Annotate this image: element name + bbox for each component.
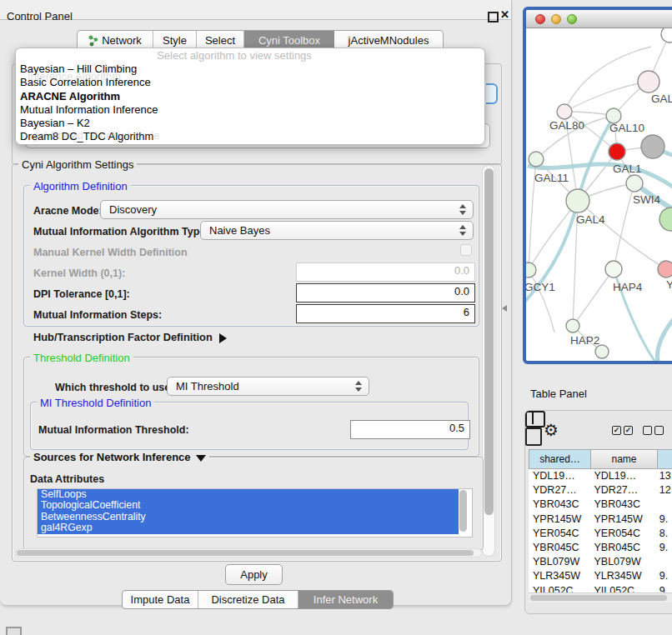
algorithm-combo-stepper[interactable] — [486, 83, 498, 104]
mi-steps-field[interactable]: 6 — [296, 304, 475, 323]
close-traffic-light-icon[interactable] — [535, 14, 545, 24]
network-edge[interactable] — [578, 201, 666, 269]
network-edge[interactable] — [614, 183, 634, 269]
network-node[interactable] — [641, 135, 664, 158]
mi-type-combo[interactable]: Naive Bayes — [200, 221, 474, 240]
table-row[interactable]: YPR145WYPR145W9. — [529, 512, 672, 527]
table-horizontal-scrollbar[interactable] — [529, 592, 672, 602]
network-node-gcy1[interactable] — [526, 262, 536, 278]
mi-type-label: Mutual Information Algorithm Type: — [33, 226, 208, 238]
network-node-gal8[interactable] — [638, 71, 659, 92]
node-label-gal8: GAL8 — [651, 92, 672, 105]
network-node-hap4[interactable] — [605, 261, 622, 278]
expanded-arrow-icon[interactable] — [196, 455, 206, 462]
checkbox-unchecked-icon[interactable] — [654, 426, 664, 435]
table-row[interactable]: YLR345WYLR345W9. — [529, 569, 672, 583]
network-node-gal1[interactable] — [609, 143, 625, 160]
algorithm-option-mutual-information-inference[interactable]: Mutual Information Inference — [18, 103, 484, 117]
attribute-item-gal4rgexp[interactable]: gal4RGexp — [38, 522, 459, 533]
column-header-shared[interactable]: shared… — [529, 449, 591, 469]
tab-discretize-data[interactable]: Discretize Data — [198, 591, 298, 608]
mi-type-value: Naive Bayes — [209, 224, 270, 237]
table-cell: YLR345W — [589, 569, 654, 583]
bottom-left-widget[interactable] — [6, 627, 22, 635]
apply-button-label: Apply — [240, 568, 268, 581]
node-label-gal4: GAL4 — [576, 213, 605, 226]
table-row[interactable]: YDL19…YDL19…13 — [529, 469, 672, 483]
table-row[interactable]: YBR043CYBR043C — [529, 498, 672, 512]
checkbox-checked-icon[interactable]: ✓ — [612, 426, 621, 435]
tab-impute-data[interactable]: Impute Data — [123, 591, 198, 608]
settings-hscrollbar-thumb[interactable] — [17, 550, 474, 556]
table-cell: YPR145W — [529, 512, 589, 527]
ghost-inference-algorithm-label: Inference Algorithm — [28, 70, 121, 82]
table-row[interactable]: YIL052CYIL052C9 — [529, 584, 672, 593]
control-panel-titlebar[interactable] — [0, 0, 511, 20]
collapsed-arrow-icon[interactable] — [219, 333, 227, 343]
table-cell: YLR345W — [529, 569, 589, 583]
network-node[interactable] — [595, 345, 609, 358]
mi-steps-label: Mutual Information Steps: — [33, 309, 162, 321]
zoom-traffic-light-icon[interactable] — [567, 14, 577, 24]
table-cell: 12 — [655, 483, 672, 498]
network-node-gal11[interactable] — [529, 152, 544, 167]
network-node-gal4[interactable] — [566, 189, 589, 212]
settings-scrollbar-thumb[interactable] — [484, 168, 494, 515]
attribute-item-betweennesscentrality[interactable]: BetweennessCentrality — [38, 512, 459, 522]
network-edge[interactable] — [529, 201, 578, 270]
table-cell: 9. — [655, 569, 672, 583]
table-hscrollbar-thumb[interactable] — [530, 595, 667, 601]
hub-definition-toggle[interactable]: Hub/Transcription Factor Definition — [33, 331, 227, 343]
network-canvas[interactable]: GAL8GAL80GAL10GAL1GAL11SWI4GAL4GCY1HAP4Y… — [526, 28, 672, 361]
table-row[interactable]: YBR045CYBR045C9. — [529, 541, 672, 555]
network-view-window[interactable]: GAL8GAL80GAL10GAL1GAL11SWI4GAL4GCY1HAP4Y… — [523, 7, 672, 364]
column-header-name[interactable]: name — [591, 449, 658, 469]
apply-button[interactable]: Apply — [225, 564, 283, 585]
network-node-gal80[interactable] — [557, 104, 572, 119]
attributes-scrollbar-thumb[interactable] — [459, 490, 467, 532]
which-threshold-combo[interactable]: MI Threshold — [167, 377, 369, 396]
table-panel-title: Table Panel — [530, 388, 587, 400]
algorithm-dropdown-placeholder[interactable]: Select algorithm to view settings — [0, 49, 469, 62]
network-node-hap2[interactable] — [566, 319, 579, 332]
dpi-tolerance-label: DPI Tolerance [0,1]: — [33, 288, 130, 300]
network-edge[interactable] — [657, 303, 672, 361]
network-edge[interactable] — [564, 82, 649, 112]
gear-icon[interactable]: ⚙ — [544, 420, 559, 440]
attribute-item-topologicalcoefficient[interactable]: TopologicalCoefficient — [38, 500, 459, 511]
manual-kernel-checkbox[interactable] — [460, 244, 472, 256]
sources-group-toggle[interactable]: Sources for Network Inference — [30, 451, 209, 463]
network-edge[interactable] — [573, 269, 614, 326]
node-label-gcy1: GCY1 — [526, 281, 555, 293]
table-cell: YDL19… — [589, 469, 654, 483]
ghost-network-combo-value: gal-filtered sif default node — [33, 129, 159, 142]
minimize-traffic-light-icon[interactable] — [551, 14, 561, 24]
kernel-width-field[interactable]: 0.0 — [296, 262, 475, 282]
mi-threshold-label: Mutual Information Threshold: — [38, 424, 189, 436]
network-node[interactable] — [659, 208, 672, 231]
float-window-icon[interactable] — [488, 12, 499, 22]
table-row[interactable]: YER054CYER054C8. — [529, 527, 672, 541]
algorithm-option-aracne-algorithm[interactable]: ARACNE Algorithm — [18, 90, 484, 103]
table-options-icon[interactable] — [525, 428, 542, 446]
aracne-mode-combo[interactable]: Discovery — [100, 200, 474, 219]
dpi-tolerance-field[interactable]: 0.0 — [296, 283, 475, 302]
attribute-item-selfloops[interactable]: SelfLoops — [38, 489, 459, 500]
table-row[interactable]: YDR27…YDR27…12 — [529, 483, 672, 498]
table-row[interactable]: YBL079WYBL079W — [529, 555, 672, 569]
network-node[interactable] — [661, 28, 672, 42]
close-icon[interactable]: ✕ — [500, 8, 509, 21]
data-attributes-list: SelfLoopsTopologicalCoefficientBetweenne… — [37, 488, 473, 538]
mi-threshold-field[interactable]: 0.5 — [350, 420, 470, 439]
node-label-gal1: GAL1 — [613, 162, 642, 175]
column-header-2[interactable] — [658, 449, 672, 469]
table-cell: 9. — [655, 512, 672, 527]
network-window-titlebar[interactable] — [526, 10, 672, 28]
tab-infer-network[interactable]: Infer Network — [298, 591, 393, 608]
network-node-y[interactable] — [658, 261, 672, 278]
checkbox-checked-icon[interactable]: ✓ — [624, 426, 633, 435]
checkbox-unchecked-icon[interactable] — [643, 426, 652, 435]
column-view-icon[interactable] — [525, 411, 545, 428]
panel-splitter-arrow-icon[interactable] — [502, 305, 507, 312]
network-node-swi4[interactable] — [626, 175, 643, 192]
